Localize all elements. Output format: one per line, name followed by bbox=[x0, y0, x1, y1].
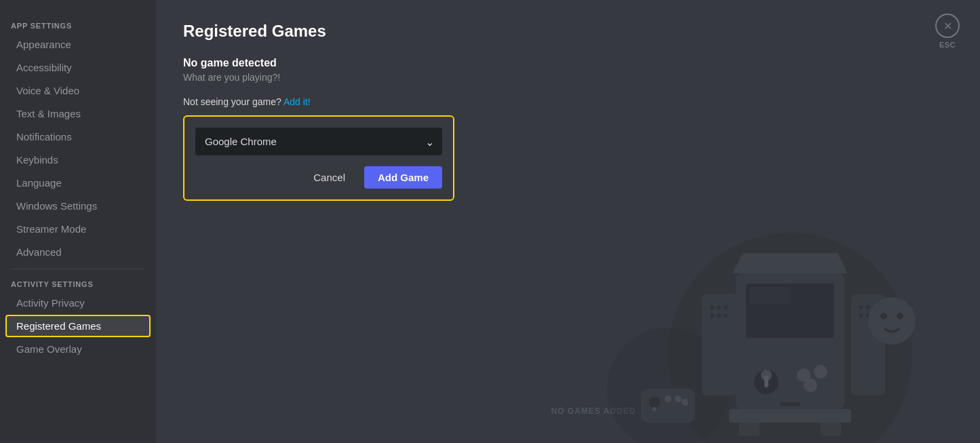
sidebar-divider bbox=[11, 269, 145, 269]
main-content: ✕ ESC Registered Games No game detected … bbox=[156, 0, 980, 443]
game-select-dropdown[interactable]: Google Chrome bbox=[195, 128, 442, 155]
sidebar-item-label: Registered Games bbox=[16, 320, 101, 332]
close-icon[interactable]: ✕ bbox=[935, 14, 960, 38]
svg-point-23 bbox=[859, 305, 863, 309]
svg-rect-4 bbox=[749, 287, 790, 304]
svg-point-34 bbox=[649, 397, 660, 408]
svg-point-36 bbox=[665, 396, 671, 402]
app-settings-section-label: APP SETTINGS bbox=[0, 16, 156, 33]
svg-point-17 bbox=[710, 305, 714, 309]
sidebar-item-notifications[interactable]: Notifications bbox=[5, 126, 151, 148]
sidebar-item-label: Activity Privacy bbox=[16, 297, 85, 309]
svg-rect-33 bbox=[641, 389, 695, 423]
svg-rect-29 bbox=[780, 402, 800, 406]
sidebar-item-keybinds[interactable]: Keybinds bbox=[5, 149, 151, 171]
sidebar-item-label: Accessibility bbox=[16, 62, 72, 73]
sidebar-item-label: Game Overlay bbox=[16, 343, 82, 355]
sidebar-item-label: Notifications bbox=[16, 131, 72, 142]
sidebar-item-language[interactable]: Language bbox=[5, 172, 151, 194]
esc-button[interactable]: ✕ ESC bbox=[935, 14, 960, 49]
svg-point-14 bbox=[804, 379, 817, 392]
add-it-link[interactable]: Add it! bbox=[283, 96, 311, 107]
svg-point-19 bbox=[724, 305, 728, 309]
svg-point-30 bbox=[868, 297, 916, 345]
svg-point-18 bbox=[717, 305, 721, 309]
svg-point-38 bbox=[682, 399, 688, 406]
svg-point-21 bbox=[717, 313, 721, 317]
sidebar-item-game-overlay[interactable]: Game Overlay bbox=[5, 338, 151, 360]
sidebar-item-voice-video[interactable]: Voice & Video bbox=[5, 79, 151, 102]
sidebar-item-label: Language bbox=[16, 177, 62, 189]
buttons-row: Cancel Add Game bbox=[195, 166, 442, 189]
svg-point-32 bbox=[897, 313, 903, 320]
add-prompt-text: Not seeing your game? bbox=[183, 96, 281, 107]
cancel-button[interactable]: Cancel bbox=[302, 166, 356, 189]
svg-rect-6 bbox=[729, 409, 851, 423]
game-select-wrapper: Google Chrome ⌄ bbox=[195, 128, 442, 155]
svg-point-22 bbox=[724, 313, 728, 317]
page-title: Registered Games bbox=[183, 22, 953, 41]
sidebar-item-label: Keybinds bbox=[16, 154, 58, 166]
sidebar-item-label: Advanced bbox=[16, 246, 62, 258]
sidebar-item-label: Voice & Video bbox=[16, 85, 79, 96]
sidebar-item-label: Appearance bbox=[16, 39, 71, 50]
sidebar-item-registered-games[interactable]: Registered Games bbox=[5, 315, 151, 337]
svg-point-26 bbox=[859, 313, 863, 317]
svg-point-20 bbox=[710, 313, 714, 317]
svg-rect-11 bbox=[764, 375, 768, 387]
svg-point-31 bbox=[880, 313, 887, 320]
sidebar-item-streamer-mode[interactable]: Streamer Mode bbox=[5, 218, 151, 240]
sidebar: APP SETTINGS Appearance Accessibility Vo… bbox=[0, 0, 156, 443]
sidebar-item-accessibility[interactable]: Accessibility bbox=[5, 56, 151, 79]
svg-point-35 bbox=[652, 407, 656, 411]
svg-point-37 bbox=[675, 396, 682, 402]
no-game-subtitle: What are you playing?! bbox=[183, 72, 953, 83]
add-game-container: Google Chrome ⌄ Cancel Add Game bbox=[183, 115, 454, 201]
svg-rect-7 bbox=[739, 423, 760, 436]
sidebar-item-label: Windows Settings bbox=[16, 200, 97, 212]
sidebar-item-advanced[interactable]: Advanced bbox=[5, 241, 151, 263]
esc-label: ESC bbox=[939, 41, 956, 49]
svg-point-24 bbox=[866, 305, 870, 309]
no-game-box: No game detected What are you playing?! bbox=[183, 57, 953, 83]
sidebar-item-appearance[interactable]: Appearance bbox=[5, 33, 151, 56]
svg-rect-8 bbox=[821, 423, 841, 436]
game-illustration bbox=[600, 185, 980, 443]
sidebar-item-label: Streamer Mode bbox=[16, 223, 86, 235]
no-game-title: No game detected bbox=[183, 57, 953, 69]
svg-marker-5 bbox=[732, 253, 848, 273]
sidebar-item-windows-settings[interactable]: Windows Settings bbox=[5, 195, 151, 217]
add-game-button[interactable]: Add Game bbox=[364, 166, 442, 189]
sidebar-item-label: Text & Images bbox=[16, 108, 81, 119]
svg-point-13 bbox=[814, 365, 827, 379]
activity-settings-section-label: ACTIVITY SETTINGS bbox=[0, 275, 156, 291]
sidebar-item-activity-privacy[interactable]: Activity Privacy bbox=[5, 292, 151, 314]
add-game-prompt: Not seeing your game? Add it! bbox=[183, 96, 953, 107]
sidebar-item-text-images[interactable]: Text & Images bbox=[5, 102, 151, 125]
